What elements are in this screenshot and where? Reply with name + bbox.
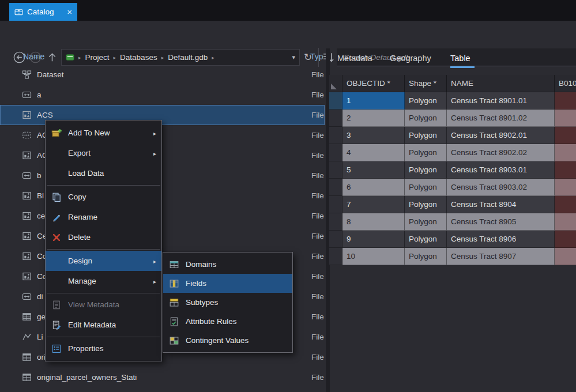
cell-name[interactable]: Census Tract 8902.01 (447, 127, 555, 144)
cell-b010[interactable] (555, 213, 576, 231)
submenu-item-fields[interactable]: Fields (163, 274, 292, 293)
column-header-type[interactable]: Typ (310, 48, 323, 65)
column-header-name[interactable]: Name (23, 48, 44, 65)
design-submenu: Domains Fields Subtypes Attribute Rules … (163, 252, 293, 353)
column-header-name[interactable]: NAME (447, 75, 555, 92)
list-item-type: File (311, 287, 324, 307)
cell-shape[interactable]: Polygon (405, 144, 447, 161)
table-row[interactable]: 1 Polygon Census Tract 8901.01 (0, 92, 576, 110)
list-item[interactable]: original_parcel_owners_Stati File (0, 367, 325, 387)
table-icon (22, 312, 32, 322)
add-to-new-icon (51, 128, 63, 138)
active-tab-underline (450, 66, 475, 68)
up-button[interactable] (46, 51, 59, 64)
row-header[interactable] (329, 231, 342, 248)
cell-shape[interactable]: Polygon (405, 127, 447, 144)
cell-objectid[interactable]: 7 (342, 196, 405, 213)
row-header[interactable] (329, 196, 342, 213)
copy-icon (51, 192, 63, 202)
cell-objectid[interactable]: 4 (342, 144, 405, 161)
chevron-down-icon[interactable]: ▾ (292, 54, 295, 61)
cell-b010[interactable] (555, 161, 576, 179)
menu-item-rename[interactable]: Rename (46, 207, 161, 227)
menu-item-delete[interactable]: Delete (46, 227, 161, 247)
cell-shape[interactable]: Polygon (405, 92, 447, 110)
row-header[interactable] (329, 179, 342, 196)
cell-b010[interactable] (555, 179, 576, 196)
cell-name[interactable]: Census Tract 8903.02 (447, 179, 555, 196)
menu-item-manage[interactable]: Manage ▸ (46, 271, 161, 291)
breadcrumb-item-databases[interactable]: Databases (120, 53, 157, 62)
menu-item-add-to-new[interactable]: Add To New ▸ (46, 123, 161, 143)
cell-b010[interactable] (555, 110, 576, 127)
cell-objectid[interactable]: 9 (342, 231, 405, 248)
tab-metadata[interactable]: Metadata (337, 48, 372, 68)
row-header[interactable] (329, 110, 342, 127)
tab-geography[interactable]: Geography (390, 48, 431, 68)
cell-name[interactable]: Census Tract 8907 (447, 248, 555, 265)
cell-shape[interactable]: Polygon (405, 248, 447, 265)
feature-class-icon (22, 272, 32, 281)
cell-objectid[interactable]: 6 (342, 179, 405, 196)
cell-objectid[interactable]: 10 (342, 248, 405, 265)
cell-name[interactable]: Census Tract 8906 (447, 231, 555, 248)
row-header[interactable] (329, 248, 342, 265)
list-item-label: Li (37, 327, 43, 347)
cell-objectid[interactable]: 2 (342, 110, 405, 127)
cell-shape[interactable]: Polygon (405, 179, 447, 196)
list-item-type: File (311, 327, 324, 347)
cell-b010[interactable] (555, 196, 576, 213)
tab-table[interactable]: Table (450, 48, 470, 68)
column-header-objectid[interactable]: OBJECTID * (342, 75, 405, 92)
cell-name[interactable]: Census Tract 8901.02 (447, 110, 555, 127)
cell-objectid[interactable]: 1 (342, 92, 405, 110)
line-feature-icon (22, 332, 32, 342)
table-icon (22, 352, 32, 362)
cell-name[interactable]: Census Tract 8905 (447, 213, 555, 231)
menu-item-view-metadata[interactable]: View Metadata (46, 295, 161, 315)
row-header[interactable] (329, 144, 342, 161)
cell-objectid[interactable]: 5 (342, 161, 405, 179)
cell-shape[interactable]: Polygon (405, 231, 447, 248)
submenu-item-domains[interactable]: Domains (163, 255, 292, 274)
breadcrumb-item-defaultgdb[interactable]: Default.gdb (168, 53, 208, 62)
row-header[interactable] (329, 161, 342, 179)
column-header-b010[interactable]: B010 (555, 75, 576, 92)
row-header[interactable] (329, 127, 342, 144)
cell-name[interactable]: Census Tract 8904 (447, 196, 555, 213)
submenu-item-subtypes[interactable]: Subtypes (163, 293, 292, 312)
menu-item-label: Rename (68, 213, 97, 221)
cell-shape[interactable]: Polygon (405, 196, 447, 213)
submenu-item-attribute-rules[interactable]: Attribute Rules (163, 312, 292, 331)
cell-name[interactable]: Census Tract 8902.02 (447, 144, 555, 161)
crumb-separator-icon: ▸ (161, 55, 164, 61)
cell-b010[interactable] (555, 231, 576, 248)
menu-item-design[interactable]: Design ▸ (46, 251, 161, 271)
row-header[interactable] (329, 92, 342, 110)
cell-b010[interactable] (555, 248, 576, 265)
cell-objectid[interactable]: 3 (342, 127, 405, 144)
cell-shape[interactable]: Polygon (405, 161, 447, 179)
cell-name[interactable]: Census Tract 8903.01 (447, 161, 555, 179)
menu-item-properties[interactable]: Properties (46, 338, 161, 359)
submenu-item-contingent-values[interactable]: Contingent Values (163, 331, 292, 350)
menu-item-copy[interactable]: Copy (46, 187, 161, 207)
tab-catalog[interactable]: Catalog × (9, 3, 77, 21)
cell-name[interactable]: Census Tract 8901.01 (447, 92, 555, 110)
menu-item-export[interactable]: Export ▸ (46, 143, 161, 163)
breadcrumb-item-project[interactable]: Project (85, 53, 110, 62)
cell-b010[interactable] (555, 144, 576, 161)
corner-triangle-icon (331, 84, 337, 89)
cell-b010[interactable] (555, 92, 576, 110)
table-icon (22, 372, 32, 382)
close-icon[interactable]: × (67, 7, 72, 16)
cell-b010[interactable] (555, 127, 576, 144)
menu-item-edit-metadata[interactable]: Edit Metadata (46, 315, 161, 335)
cell-shape[interactable]: Polygon (405, 110, 447, 127)
cell-shape[interactable]: Polygon (405, 213, 447, 231)
column-header-shape[interactable]: Shape * (405, 75, 447, 92)
cell-objectid[interactable]: 8 (342, 213, 405, 231)
menu-item-load-data[interactable]: Load Data (46, 163, 161, 183)
select-all-corner[interactable] (329, 75, 342, 92)
row-header[interactable] (329, 213, 342, 231)
